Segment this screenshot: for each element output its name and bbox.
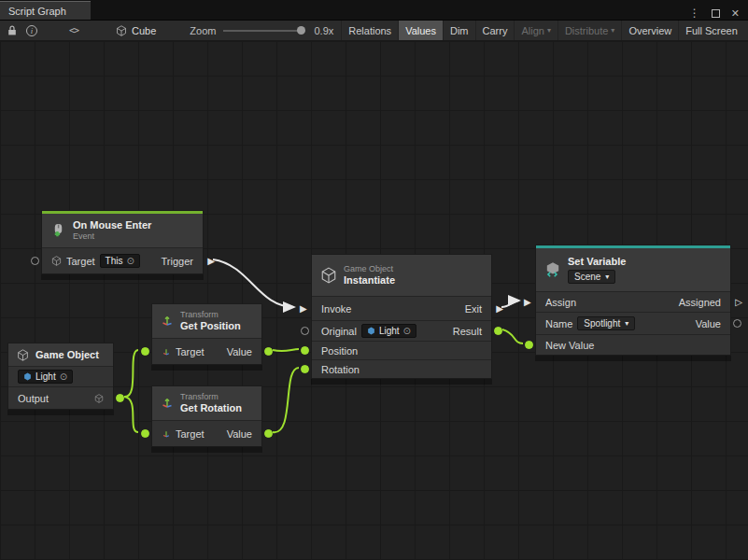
button-label: Align (521, 25, 543, 36)
button-label: Distribute (565, 25, 608, 36)
object-picker-icon[interactable]: ⊙ (60, 371, 67, 382)
node-get-rotation[interactable]: Transform Get Rotation Target Value (151, 385, 262, 447)
variable-kind-dropdown[interactable]: Scene ▾ (568, 270, 615, 284)
cube-icon (94, 394, 104, 403)
toolbar-button-align[interactable]: Align▾ (514, 21, 557, 40)
unity-object-icon (367, 327, 375, 335)
port-label-target: Target (176, 346, 205, 357)
object-picker-icon[interactable]: ⊙ (126, 256, 134, 266)
variable-kind-value: Scene (574, 272, 600, 282)
port-value-output[interactable] (264, 429, 273, 438)
toolbar-button-values[interactable]: Values (398, 21, 443, 40)
object-picker-icon[interactable]: ⊙ (403, 326, 411, 336)
port-value-output[interactable] (264, 347, 273, 356)
port-label-assigned: Assigned (679, 297, 721, 308)
object-field-value: Light (379, 326, 400, 336)
graph-canvas[interactable]: On Mouse Enter Event Target This ⊙ Trigg… (0, 41, 748, 560)
window-tab-bar: Script Graph ⋮ ✕ (0, 0, 748, 20)
node-port-row: ▶ Invoke Exit ▶ (312, 296, 491, 320)
button-label: Carry (483, 25, 508, 36)
toolbar-buttons: Relations Values Dim Carry Align▾ Distri… (341, 21, 744, 40)
port-target-input[interactable] (141, 347, 149, 356)
port-label-original: Original (321, 326, 357, 337)
target-object-field[interactable]: This ⊙ (100, 254, 140, 268)
chevron-down-icon: ▾ (611, 26, 614, 35)
maximize-icon[interactable] (712, 9, 720, 18)
port-label-exit: Exit (465, 303, 482, 315)
cube-icon (17, 349, 29, 361)
transform-axes-icon (162, 347, 171, 357)
zoom-slider[interactable] (223, 24, 305, 37)
cube-icon (116, 25, 127, 36)
node-port-row: Target This ⊙ Trigger ▶ (42, 247, 203, 273)
cube-icon (51, 256, 62, 266)
zoom-value: 0.9x (314, 25, 333, 36)
port-label-result: Result (453, 326, 482, 337)
toolbar-button-relations[interactable]: Relations (341, 21, 398, 40)
port-label-name: Name (545, 318, 572, 329)
node-title: Game Object (35, 349, 99, 361)
port-label-rotation: Rotation (321, 364, 360, 375)
port-output[interactable] (116, 394, 124, 402)
window-controls: ⋮ ✕ (689, 7, 748, 20)
button-label: Relations (348, 25, 391, 36)
node-port-row: New Value (536, 334, 730, 355)
original-object-field[interactable]: Light ⊙ (361, 324, 416, 338)
port-target-input[interactable] (141, 429, 149, 438)
code-view-icon[interactable]: <> (69, 25, 78, 35)
node-subtitle: Event (73, 231, 151, 242)
toolbar-button-distribute[interactable]: Distribute▾ (557, 21, 621, 40)
tab-script-graph[interactable]: Script Graph (0, 1, 91, 20)
node-port-row: Position (312, 341, 491, 359)
variable-name-value: Spotlight (584, 318, 620, 329)
button-label: Full Screen (685, 25, 738, 36)
port-new-value-input[interactable] (525, 341, 533, 349)
port-target-input[interactable] (31, 257, 39, 265)
node-set-variable[interactable]: Set Variable Scene ▾ ▶ Assign Assigned ▷… (535, 245, 731, 356)
node-header: Transform Get Rotation (152, 386, 261, 420)
node-light-variable[interactable]: Game Object Light ⊙ Output (7, 343, 114, 410)
port-value-output[interactable] (733, 319, 741, 328)
variable-icon (544, 261, 561, 278)
port-label-trigger: Trigger (162, 256, 193, 267)
node-get-position[interactable]: Transform Get Position Target Value (151, 303, 262, 365)
node-instantiate[interactable]: Game Object Instantiate ▶ Invoke Exit ▶ … (311, 254, 492, 379)
graph-target[interactable]: Cube (116, 25, 156, 36)
port-result-output[interactable] (494, 327, 502, 335)
variable-name-dropdown[interactable]: Spotlight ▾ (577, 316, 635, 330)
node-value-row: Light ⊙ (8, 366, 113, 386)
node-port-row: Rotation (312, 359, 491, 378)
zoom-slider-handle[interactable] (297, 26, 305, 35)
lock-icon[interactable] (7, 25, 17, 36)
node-header: Game Object (8, 343, 113, 366)
node-title: Instantiate (344, 274, 395, 287)
transform-axes-icon (161, 315, 174, 328)
node-port-row: Target Value (152, 338, 261, 364)
port-label-invoke: Invoke (321, 303, 351, 315)
port-position-input[interactable] (301, 346, 309, 355)
node-port-row: ▶ Assign Assigned ▷ (536, 291, 730, 312)
node-category: Transform (180, 310, 241, 320)
port-label-output: Output (18, 393, 49, 404)
info-icon[interactable]: i (26, 25, 37, 36)
port-original-input[interactable] (301, 327, 309, 335)
light-object-field[interactable]: Light ⊙ (18, 370, 73, 384)
transform-axes-icon (162, 429, 171, 439)
toolbar-button-dim[interactable]: Dim (443, 21, 475, 40)
node-on-mouse-enter[interactable]: On Mouse Enter Event Target This ⊙ Trigg… (41, 210, 204, 274)
close-icon[interactable]: ✕ (731, 7, 740, 20)
chevron-down-icon: ▾ (625, 319, 628, 328)
node-category: Game Object (344, 264, 395, 274)
toolbar-button-overview[interactable]: Overview (621, 21, 678, 40)
more-menu-icon[interactable]: ⋮ (689, 7, 700, 20)
cube-icon (320, 267, 337, 284)
node-title: Get Position (180, 320, 241, 332)
port-rotation-input[interactable] (301, 365, 309, 373)
toolbar-button-fullscreen[interactable]: Full Screen (678, 21, 744, 40)
port-label-value: Value (227, 346, 252, 357)
toolbar-button-carry[interactable]: Carry (475, 21, 515, 40)
node-header: Game Object Instantiate (312, 255, 491, 296)
node-port-row: Name Spotlight ▾ Value (536, 312, 730, 334)
port-label-new-value: New Value (545, 340, 594, 351)
node-header: Transform Get Position (152, 304, 261, 338)
